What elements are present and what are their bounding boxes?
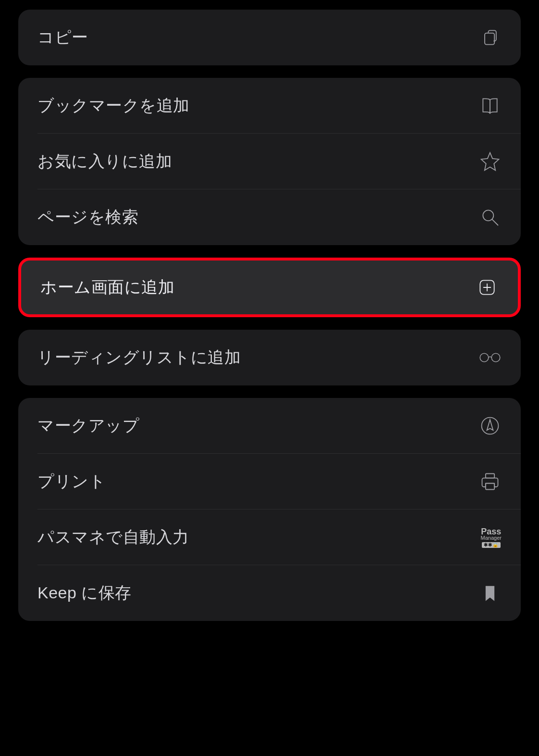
passmanager-icon: Pass Manager ✱✱🔒 bbox=[481, 527, 502, 548]
menu-item-add-to-home[interactable]: ホーム画面に追加 bbox=[21, 261, 518, 313]
menu-item-label: マークアップ bbox=[37, 415, 139, 437]
markup-icon bbox=[478, 414, 502, 437]
menu-item-markup[interactable]: マークアップ bbox=[18, 398, 521, 454]
plus-square-icon bbox=[476, 276, 499, 299]
search-icon bbox=[478, 206, 502, 229]
copy-icon bbox=[478, 26, 502, 49]
menu-group: コピー bbox=[18, 10, 521, 65]
menu-item-label: お気に入りに追加 bbox=[37, 150, 172, 173]
glasses-icon bbox=[478, 346, 502, 369]
book-icon bbox=[478, 94, 502, 117]
menu-item-find-on-page[interactable]: ページを検索 bbox=[18, 189, 521, 245]
print-icon bbox=[478, 470, 502, 493]
menu-group: リーディングリストに追加 bbox=[18, 330, 521, 385]
svg-point-6 bbox=[491, 353, 500, 362]
menu-item-add-favorite[interactable]: お気に入りに追加 bbox=[18, 134, 521, 189]
menu-item-add-bookmark[interactable]: ブックマークを追加 bbox=[18, 78, 521, 134]
star-icon bbox=[478, 150, 502, 173]
menu-item-add-to-reading-list[interactable]: リーディングリストに追加 bbox=[18, 330, 521, 385]
menu-item-passmanager-autofill[interactable]: パスマネで自動入力 Pass Manager ✱✱🔒 bbox=[18, 509, 521, 565]
menu-item-label: ブックマークを追加 bbox=[37, 95, 190, 117]
menu-item-copy[interactable]: コピー bbox=[18, 10, 521, 65]
menu-item-label: プリント bbox=[37, 471, 106, 493]
menu-item-label: パスマネで自動入力 bbox=[37, 526, 189, 548]
menu-item-print[interactable]: プリント bbox=[18, 454, 521, 509]
menu-item-save-to-keep[interactable]: Keep に保存 bbox=[18, 565, 521, 621]
svg-line-1 bbox=[492, 220, 498, 225]
bookmark-fill-icon bbox=[478, 582, 502, 605]
svg-point-5 bbox=[480, 353, 489, 362]
menu-item-label: ホーム画面に追加 bbox=[40, 276, 174, 298]
menu-item-label: リーディングリストに追加 bbox=[37, 347, 241, 369]
menu-group-highlighted: ホーム画面に追加 bbox=[18, 258, 521, 317]
menu-group: マークアップ プリント パスマネで自動入力 Pass Manager ✱✱🔒 K… bbox=[18, 398, 521, 621]
svg-rect-9 bbox=[486, 483, 494, 490]
menu-item-label: コピー bbox=[37, 26, 88, 49]
svg-rect-8 bbox=[486, 474, 494, 478]
menu-item-label: Keep に保存 bbox=[37, 582, 132, 604]
menu-item-label: ページを検索 bbox=[37, 206, 138, 228]
menu-group: ブックマークを追加 お気に入りに追加 ページを検索 bbox=[18, 78, 521, 245]
